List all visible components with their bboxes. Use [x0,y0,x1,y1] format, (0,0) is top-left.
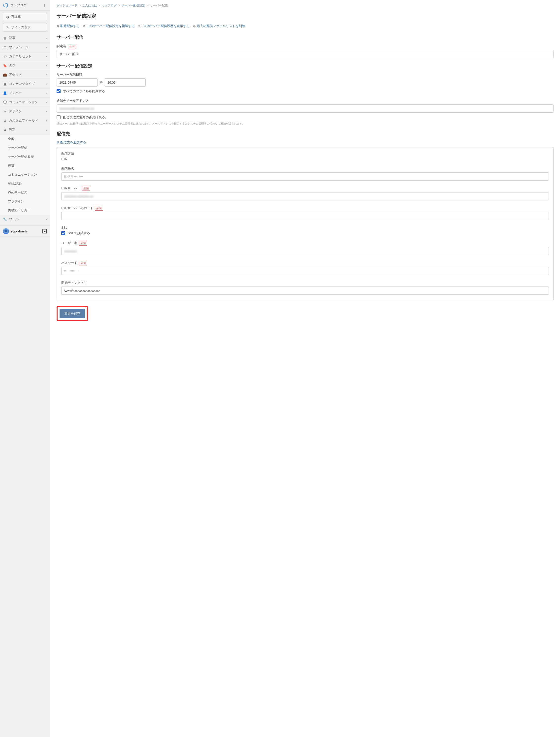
sidebar-sub-item-6[interactable]: Webサービス [0,188,50,197]
sync-all-label: すべてのファイルを同期する [63,89,105,94]
required-badge: 必須 [82,186,90,191]
chevron-down-icon: ▾ [46,119,47,122]
breadcrumb-link-1[interactable]: こんにちは [82,4,97,7]
view-site-button[interactable]: ✎ サイトの表示 [3,23,47,32]
chevron-up-icon: ▴ [46,129,47,131]
sidebar-item-2[interactable]: 🏷カテゴリセット▾ [0,52,50,61]
sidebar-sub-item-4[interactable]: コミュニケーション [0,170,50,179]
ftp-pass-input[interactable] [61,267,549,275]
at-separator: @ [99,81,103,84]
setting-name-input[interactable] [57,50,554,58]
sidebar: ウェブログ ⋮ ◑ 再構築 ✎ サイトの表示 ▤記事▾▤ウェブページ▾🏷カテゴリ… [0,0,50,737]
rebuild-button[interactable]: ◑ 再構築 [3,13,47,21]
immediate-delivery-link[interactable]: ✿即時配信する [57,24,80,28]
chevron-down-icon: ▾ [46,46,47,49]
add-destination-link[interactable]: ⊕ 配信先を追加する [57,140,86,145]
wrench-icon: 🔧 [3,218,7,221]
dest-name-label: 配信先名 [61,167,74,171]
rebuild-label: 再構築 [11,15,21,19]
date-input[interactable] [57,78,98,87]
sidebar-actions: ◑ 再構築 ✎ サイトの表示 [0,11,50,34]
sidebar-item-9[interactable]: ⚙カスタムフィールド▾ [0,116,50,125]
sidebar-item-4[interactable]: 💼アセット▾ [0,70,50,79]
ftp-user-label: ユーザー名 [61,241,77,245]
delete-past-files-link[interactable]: ⊖過去の配信ファイルリストを削除 [193,24,245,28]
sidebar-item-6[interactable]: 👤メンバー▾ [0,89,50,98]
sidebar-item-0[interactable]: ▤記事▾ [0,34,50,43]
ftp-server-label: FTPサーバー [61,186,80,191]
play-icon[interactable]: ▶ [42,229,47,234]
breadcrumb-link-3[interactable]: サーバー配信設定 [121,4,145,7]
ftp-server-input[interactable] [61,192,549,201]
destination-panel: 配信方法 FTP 配信先名 FTPサーバー 必須 FTPサーバーのポート 必須 [57,147,554,300]
sidebar-sub-item-2[interactable]: サーバー配信履歴 [0,152,50,161]
dest-name-input[interactable] [61,172,549,181]
sidebar-item-7[interactable]: 💬コミュニケーション▾ [0,98,50,107]
minus-circle-icon: ⊖ [193,24,196,28]
list-icon: ▤ [3,45,7,49]
sidebar-sub-item-1[interactable]: サーバー配信 [0,143,50,152]
save-highlight: 変更を保存 [57,306,88,321]
user-icon: 👤 [3,91,7,95]
copy-icon: ⧉ [83,24,85,28]
breadcrumb-current: サーバー配信 [150,4,168,7]
gear-icon: ⚙ [3,128,7,132]
startdir-input[interactable] [61,287,549,295]
required-badge: 必須 [79,241,87,246]
required-badge: 必須 [95,206,103,211]
ftp-user-input[interactable] [61,247,549,255]
sidebar-item-tools[interactable]: 🔧ツール▾ [0,215,50,224]
method-value: FTP [61,157,549,161]
sidebar-item-8[interactable]: ✂デザイン▾ [0,107,50,116]
setting-name-field: 設定名 必須 [57,44,554,58]
sidebar-nav: ▤記事▾▤ウェブページ▾🏷カテゴリセット▾🔖タグ▾💼アセット▾▦コンテンツタイプ… [0,34,50,224]
section-server-delivery-heading: サーバー配信 [57,34,554,40]
sidebar-item-3[interactable]: 🔖タグ▾ [0,61,50,70]
tools-icon: ✂ [3,110,7,113]
breadcrumb: ダッシュボード>こんにちは>ウェブログ>サーバー配信設定>サーバー配信 [57,3,554,8]
sync-all-checkbox[interactable] [57,89,61,93]
save-button[interactable]: 変更を保存 [60,309,85,318]
sidebar-item-10[interactable]: ⚙設定▴ [0,125,50,135]
user-row: ytakahashi ▶ [0,226,50,237]
plus-circle-icon: ⊕ [57,140,59,144]
sidebar-sub-item-7[interactable]: プラグイン [0,197,50,206]
view-site-label: サイトの表示 [11,25,31,30]
email-input[interactable] [57,104,554,113]
list-icon: ≡ [138,24,140,28]
fail-only-row[interactable]: 配信失敗の通知のみ受け取る。 [57,115,554,120]
sidebar-sub-item-8[interactable]: 再構築トリガー [0,206,50,215]
chevron-down-icon: ▾ [46,83,47,85]
section-settings-heading: サーバー配信設定 [57,63,554,69]
action-links-row: ✿即時配信する ⧉このサーバー配信設定を複製する ≡このサーバー配信履歴を表示す… [57,24,554,28]
chevron-down-icon: ▾ [46,101,47,104]
tag-icon: 🔖 [3,64,7,68]
sidebar-sub-item-5[interactable]: 登録/認証 [0,179,50,188]
breadcrumb-link-2[interactable]: ウェブログ [102,4,117,7]
tags-icon: 🏷 [3,55,7,58]
sync-all-row[interactable]: すべてのファイルを同期する [57,89,554,94]
ssl-checkbox[interactable] [61,231,65,235]
section-destination-heading: 配信先 [57,131,554,137]
time-input[interactable] [105,78,146,87]
chevron-down-icon: ▾ [46,110,47,113]
chevron-down-icon: ▾ [46,37,47,39]
sidebar-sub-item-0[interactable]: 全般 [0,135,50,143]
sidebar-sub-item-3[interactable]: 投稿 [0,161,50,170]
fail-only-checkbox[interactable] [57,115,61,119]
duplicate-settings-link[interactable]: ⧉このサーバー配信設定を複製する [83,24,135,28]
sidebar-item-5[interactable]: ▦コンテンツタイプ▾ [0,79,50,89]
method-label: 配信方法 [61,151,74,156]
breadcrumb-link-0[interactable]: ダッシュボード [57,4,77,7]
ftp-port-input[interactable] [61,212,549,220]
gear-icon: ✿ [57,24,59,28]
sidebar-item-1[interactable]: ▤ウェブページ▾ [0,43,50,52]
more-menu-icon[interactable]: ⋮ [42,3,47,7]
view-history-link[interactable]: ≡このサーバー配信履歴を表示する [138,24,190,28]
datetime-field: サーバー配信日時 @ すべてのファイルを同期する [57,72,554,94]
external-link-icon: ✎ [6,26,9,29]
ftp-pass-label: パスワード [61,261,77,265]
email-label: 通知先メールアドレス [57,99,89,103]
ssl-row[interactable]: SSLで接続する [61,231,549,236]
ssl-text: SSLで接続する [68,231,90,236]
